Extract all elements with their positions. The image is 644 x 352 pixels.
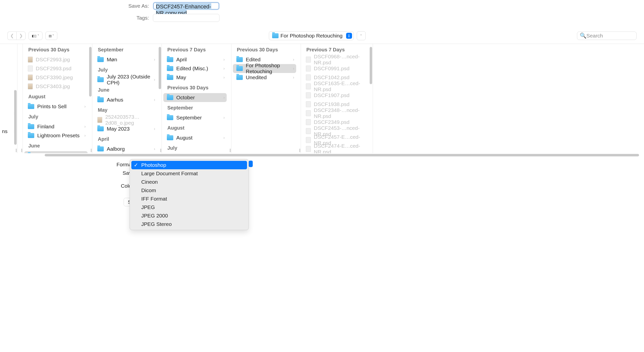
location-popup[interactable]: For Photoshop Retouching ▴▾ <box>269 31 354 40</box>
list-item-label: Møn <box>107 56 117 62</box>
column-resize-handle[interactable]: ‖ <box>90 148 91 152</box>
forward-button[interactable]: ❯ <box>16 32 26 40</box>
saveas-input[interactable]: DSCF2457-Enhanced-NR copy.psd <box>153 2 220 10</box>
group-label: April <box>92 133 159 144</box>
view-group-button[interactable]: ▤ ˅ <box>46 32 58 40</box>
folder-icon <box>167 66 173 71</box>
psd-file-icon <box>306 101 311 107</box>
column-resize-handle[interactable]: ‖ <box>230 148 230 152</box>
list-item[interactable]: DSCF2993.jpg <box>24 55 88 64</box>
list-item[interactable]: DSCF0991.psd <box>302 64 368 73</box>
list-item-label: DSCF0968-…nced-NR.psd <box>314 54 366 66</box>
list-item[interactable]: DSCF3403.jpg <box>24 82 88 91</box>
menu-item-label: JPEG <box>141 204 155 210</box>
psd-file-icon <box>306 66 311 72</box>
list-item-label: DSCF1907.psd <box>314 92 350 98</box>
list-item-label: DSCF0991.psd <box>314 66 350 72</box>
psd-file-icon <box>306 74 311 80</box>
list-item[interactable]: July 2023 (Outside CPH)› <box>94 75 157 84</box>
list-item[interactable]: Finland› <box>24 122 88 131</box>
list-item-label: DSCF2349.psd <box>314 119 350 125</box>
chevron-right-icon: › <box>224 57 225 62</box>
list-item-label: Aarhus <box>107 97 124 103</box>
scrollbar[interactable] <box>14 46 17 152</box>
chevron-right-icon: › <box>154 57 155 62</box>
list-item-label: DSCF3403.jpg <box>36 84 70 89</box>
list-item[interactable]: Prints to Sell› <box>24 102 88 111</box>
list-item[interactable]: Unedited› <box>233 73 296 82</box>
list-item[interactable]: DSCF2348-…nced-NR.psd <box>302 109 368 118</box>
save-copy-row: Save <box>0 198 644 206</box>
column-resize-handle[interactable]: ‖ <box>299 148 300 152</box>
group-label: September <box>162 102 228 113</box>
list-item[interactable]: DSCF0968-…nced-NR.psd <box>302 55 368 64</box>
menu-item-jpeg-stereo[interactable]: JPEG Stereo <box>131 220 247 228</box>
scrollbar[interactable] <box>89 46 92 152</box>
folder-icon <box>167 115 173 120</box>
format-stepper-icon <box>249 160 253 167</box>
list-item[interactable]: DSCF1907.psd <box>302 91 368 100</box>
chevron-right-icon: ❯ <box>19 33 23 38</box>
list-item[interactable]: April› <box>163 55 227 64</box>
menu-item-photoshop[interactable]: ✓ Photoshop <box>131 161 247 169</box>
folder-icon <box>97 77 104 82</box>
list-item-label: DSCF2993.psd <box>36 66 72 72</box>
menu-item-cineon[interactable]: Cineon <box>131 178 247 186</box>
column-resize-handle[interactable]: ‖ <box>21 148 22 152</box>
folder-icon <box>97 57 104 62</box>
scrollbar[interactable] <box>370 46 372 152</box>
horizontal-scrollbar[interactable] <box>45 153 639 157</box>
group-icon: ▤ ˅ <box>49 34 54 38</box>
list-item-label: May <box>176 74 186 80</box>
back-button[interactable]: ❮ <box>8 32 16 40</box>
psd-file-icon <box>306 119 311 125</box>
list-item[interactable]: DSCF3390.jpeg <box>24 73 88 82</box>
list-item[interactable]: 2524203573…2d08_o.jpeg <box>94 116 157 124</box>
column-3: Previous 7 Days April› Edited (Misc.)› M… <box>162 44 232 153</box>
list-item[interactable]: DSCF1635-E…ced-NR.psd <box>302 82 368 91</box>
list-item[interactable]: DSCF2993.psd <box>24 64 88 73</box>
psd-file-icon <box>306 56 311 62</box>
list-item[interactable]: Denmark› <box>24 151 88 153</box>
menu-item-iff[interactable]: IFF Format <box>131 194 247 203</box>
menu-item-dicom[interactable]: Dicom <box>131 186 247 194</box>
format-menu[interactable]: ✓ Photoshop Large Document Format Cineon… <box>130 159 249 230</box>
list-item[interactable]: September› <box>163 113 227 122</box>
chevron-right-icon: › <box>293 57 294 62</box>
menu-item-jpeg2000[interactable]: JPEG 2000 <box>131 212 247 220</box>
collapse-button[interactable]: ˄ <box>357 31 366 40</box>
column-resize-handle[interactable]: ‖ <box>16 148 16 152</box>
menu-item-label: IFF Format <box>141 196 167 202</box>
menu-item-large-document[interactable]: Large Document Format <box>131 169 247 178</box>
list-item-label: October <box>176 94 195 100</box>
list-item[interactable]: Edited (Misc.)› <box>163 64 227 73</box>
list-item[interactable]: For Photoshop Retouching› <box>233 64 296 73</box>
list-item-label: Lightroom Presets <box>37 132 80 138</box>
tags-input[interactable] <box>153 14 220 22</box>
list-item[interactable]: Lightroom Presets› <box>24 131 88 140</box>
view-columns-button[interactable]: ◧▯ ˅ <box>28 32 42 40</box>
chevron-right-icon: › <box>84 133 86 138</box>
list-item[interactable]: May 2023› <box>94 124 157 133</box>
column-2: September Møn› July July 2023 (Outside C… <box>92 44 162 153</box>
column-resize-handle[interactable]: ‖ <box>160 148 161 152</box>
scrollbar[interactable] <box>159 46 161 152</box>
folder-icon <box>97 146 104 152</box>
menu-item-jpeg[interactable]: JPEG <box>131 203 247 212</box>
list-item[interactable]: Møn› <box>94 55 157 64</box>
folder-icon <box>167 75 173 80</box>
search-field[interactable]: 🔍 <box>577 32 636 40</box>
list-item[interactable]: Aarhus› <box>94 95 157 104</box>
folder-icon <box>28 124 34 129</box>
list-item[interactable]: May› <box>163 73 227 82</box>
chevron-right-icon: › <box>154 98 155 102</box>
search-input[interactable] <box>586 33 634 39</box>
list-item-label: Aalborg <box>107 146 125 152</box>
psd-file-icon <box>306 84 311 89</box>
list-item[interactable]: DSCF2474-E…ced-NR.psd <box>302 144 368 153</box>
list-item-label: August <box>176 135 192 141</box>
list-item[interactable]: August› <box>163 133 227 142</box>
psd-file-icon <box>28 66 33 72</box>
group-label: July <box>162 142 228 153</box>
list-item[interactable]: October› <box>163 93 227 102</box>
